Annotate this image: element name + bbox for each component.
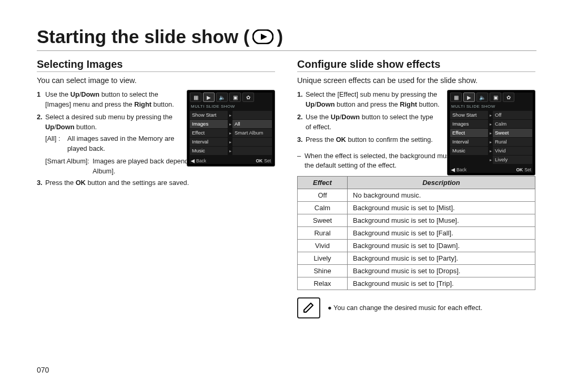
tab-sound-icon: 🔈 <box>216 92 228 102</box>
lcd-menu-value: Off <box>493 111 532 119</box>
lcd-menu-label: Music <box>450 147 488 155</box>
cell-desc: Background music is set to [Party]. <box>348 252 535 264</box>
chevron-right-icon: ▸ <box>488 149 493 153</box>
tab-play-icon: ▶ <box>203 92 215 102</box>
lcd-footer: ◀Back OKSet <box>448 166 535 175</box>
cell-desc: Background music is set to [Dawn]. <box>348 239 535 252</box>
left-intro: You can select image to view. <box>37 76 275 85</box>
lcd-menu-label: Effect <box>190 129 228 137</box>
cell-desc: Background music is set to [Drops]. <box>348 264 535 277</box>
left-step-3: 3. Press the OK button and the settings … <box>37 178 275 188</box>
page-title: Starting the slide show ( ) <box>37 26 536 47</box>
lcd-menu-value: Smart Album <box>232 129 272 137</box>
step-text: Press the OK button and the settings are… <box>45 178 275 188</box>
lcd-back: ◀Back <box>191 158 206 163</box>
columns: Selecting Images You can select image to… <box>37 58 536 318</box>
lcd-menu-value: Lively <box>493 156 532 164</box>
lcd-menu-value: Vivid <box>493 147 532 155</box>
step-num: 1 <box>37 90 45 109</box>
left-steps: 1 Use the Up/Down button to select the [… <box>37 90 180 153</box>
cell-desc: No background music. <box>348 189 535 201</box>
lcd-menu-label: Show Start <box>450 111 488 119</box>
lcd-menu-row: ▸Lively <box>450 156 532 164</box>
lcd-menu-row: Music▸Vivid <box>450 147 532 155</box>
title-close: ) <box>277 26 283 47</box>
tab-display-icon: ▣ <box>229 92 241 102</box>
step-num: 2. <box>297 112 306 132</box>
lcd-menu-label: Show Start <box>190 111 228 119</box>
tab-sound-icon: 🔈 <box>476 92 488 102</box>
step-text: Use the Up/Down button to select the typ… <box>306 112 440 132</box>
lcd-menu-value <box>232 111 272 119</box>
chevron-right-icon: ▸ <box>488 113 493 118</box>
lcd-menu-label: Interval <box>450 138 488 146</box>
svg-marker-1 <box>261 34 267 40</box>
lcd-menu-label: Images <box>190 120 228 128</box>
right-heading: Configure slide show effects <box>297 58 535 72</box>
tab-folder-icon: ▦ <box>190 92 201 102</box>
step-num: 3. <box>297 135 306 145</box>
cell-effect: Lively <box>298 252 348 264</box>
pencil-note-icon <box>297 297 320 318</box>
effects-tbody: OffNo background music.CalmBackground mu… <box>298 189 535 290</box>
lcd-menu-row: Effect▸Smart Album <box>190 129 272 137</box>
lcd-menu-row: Interval▸Rural <box>450 138 532 146</box>
chevron-right-icon: ▸ <box>228 131 232 136</box>
sublist-label: [Smart Album]: <box>45 157 93 176</box>
step-text: Select a desired sub menu by pressing th… <box>45 112 180 153</box>
cell-effect: Off <box>298 189 348 201</box>
sublist-row: [All] : All images saved in the Memory a… <box>45 134 180 153</box>
sublist: [All] : All images saved in the Memory a… <box>45 134 180 153</box>
lcd-back: ◀Back <box>451 167 466 172</box>
title-rule <box>37 50 536 51</box>
tab-play-icon: ▶ <box>463 92 475 102</box>
right-step-2: 2. Use the Up/Down button to select the … <box>297 112 440 132</box>
tip-note: ● You can change the desired music for e… <box>297 297 535 318</box>
chevron-right-icon: ▸ <box>488 140 493 145</box>
table-row: RelaxBackground music is set to [Trip]. <box>298 277 535 290</box>
page-number: 070 <box>37 366 49 374</box>
cell-effect: Rural <box>298 226 348 239</box>
lcd-menu-label: Music <box>190 147 228 155</box>
tab-folder-icon: ▦ <box>450 92 462 102</box>
right-intro: Unique screen effects can be used for th… <box>297 76 535 85</box>
right-block: 1. Select the [Effect] sub menu by press… <box>297 90 535 145</box>
tab-settings-icon: ✿ <box>503 92 514 102</box>
lcd-footer: ◀Back OKSet <box>187 157 275 166</box>
lcd-menu-value: Calm <box>493 120 532 128</box>
effects-table: Effect Description OffNo background musi… <box>297 176 535 290</box>
lcd-menu-row: Images▸All <box>190 120 272 128</box>
table-row: ShineBackground music is set to [Drops]. <box>298 264 535 277</box>
step-text: Press the OK button to confirm the setti… <box>306 135 440 145</box>
right-column: Configure slide show effects Unique scre… <box>297 58 535 318</box>
left-step-1: 1 Use the Up/Down button to select the [… <box>37 90 180 109</box>
cell-effect: Calm <box>298 201 348 214</box>
lcd-menu-label: Effect <box>450 129 488 137</box>
cell-effect: Vivid <box>298 239 348 252</box>
chevron-right-icon: ▸ <box>488 158 493 162</box>
table-row: VividBackground music is set to [Dawn]. <box>298 239 535 252</box>
lcd-menu-label: Images <box>450 120 488 128</box>
left-block: 1 Use the Up/Down button to select the [… <box>37 90 275 188</box>
playback-mode-icon <box>252 29 273 44</box>
cell-desc: Background music is set to [Muse]. <box>348 214 535 226</box>
page: Starting the slide show ( ) Selecting Im… <box>0 0 568 334</box>
chevron-right-icon: ▸ <box>228 113 232 118</box>
cell-effect: Shine <box>298 264 348 277</box>
step-num: 2. <box>37 112 45 153</box>
lcd-menu-value: Rural <box>493 138 532 146</box>
lcd-title: MULTI SLIDE SHOW <box>187 103 275 111</box>
step-text: Select the [Effect] sub menu by pressing… <box>306 90 440 109</box>
lcd-menu-row: Effect▸Sweet <box>450 129 532 137</box>
camera-lcd-right: ▦ ▶ 🔈 ▣ ✿ MULTI SLIDE SHOW Show Start▸Of… <box>447 90 535 176</box>
sublist-label: [All] : <box>45 134 67 153</box>
step-text: Use the Up/Down button to select the [Im… <box>45 90 180 109</box>
left-steps-cont: 3. Press the OK button and the settings … <box>37 178 275 188</box>
chevron-right-icon: ▸ <box>228 140 232 145</box>
left-heading: Selecting Images <box>37 58 275 72</box>
lcd-menu-value: All <box>232 120 272 128</box>
lcd-menu-value <box>232 147 272 155</box>
cell-effect: Sweet <box>298 214 348 226</box>
lcd-menu-value: Sweet <box>493 129 532 137</box>
left-step-2: 2. Select a desired sub menu by pressing… <box>37 112 180 153</box>
